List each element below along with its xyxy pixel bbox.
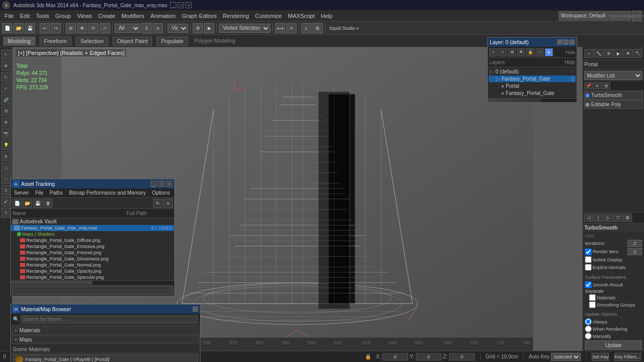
material-search-input[interactable] [21, 315, 198, 323]
by-materials-checkbox[interactable] [589, 294, 596, 301]
editable-poly-modifier[interactable]: Editable Poly [584, 100, 643, 109]
snap-toggle[interactable]: S [141, 23, 152, 33]
help-search[interactable] [608, 13, 644, 18]
modifier-pin-btn[interactable]: 📌 [584, 82, 593, 89]
asset-minimize-btn[interactable]: _ [151, 181, 157, 187]
asset-file-item[interactable]: Fantasy_Portal_Gate_max_vray.max E:\ VID… [11, 225, 174, 231]
scene-material-item[interactable]: Fantasy_Portal_Gate ( VRayMtl ) [Portal] [13, 354, 198, 362]
new-scene-btn[interactable]: 📄 [2, 23, 12, 33]
materials-section[interactable]: + Materials [12, 326, 199, 335]
isoline-checkbox[interactable] [585, 256, 592, 263]
asset-open-btn[interactable]: 📂 [23, 199, 32, 208]
select-btn[interactable]: ⊕ [66, 23, 76, 33]
sidebar-move-icon[interactable]: ✥ [1, 61, 11, 71]
asset-path-input[interactable] [12, 285, 173, 295]
menu-help[interactable]: Help [318, 12, 335, 20]
asset-menu-paths[interactable]: Paths [47, 188, 66, 197]
asset-vault-item[interactable]: Autodesk Vault [11, 218, 174, 225]
utility-panel-tab[interactable]: 🔨 [633, 49, 642, 58]
x-coord-input[interactable] [382, 353, 408, 360]
create-panel-tab[interactable]: + [584, 49, 594, 58]
menu-maxscript[interactable]: MAXScript [285, 12, 317, 20]
render-setup-btn[interactable]: ⚙ [193, 23, 203, 33]
maximize-btn[interactable]: □ [178, 2, 184, 8]
sidebar-bind-icon[interactable]: ⚙ [1, 117, 11, 127]
setkey-button[interactable]: Set Key [592, 353, 609, 361]
asset-refresh-btn[interactable]: ↻ [153, 199, 162, 208]
layers-hide-btn[interactable]: 👁 [517, 48, 525, 56]
layers-minimize-btn[interactable]: _ [563, 40, 568, 45]
layers-add-btn[interactable]: + [489, 48, 498, 56]
sidebar-shape-icon[interactable]: △ [1, 162, 11, 173]
asset-menu-file[interactable]: File [32, 188, 46, 197]
always-radio[interactable] [585, 318, 592, 325]
nav-left-btn[interactable]: ◁ [584, 214, 593, 222]
layer-item-portal[interactable]: ● Portal [489, 83, 576, 89]
minimize-btn[interactable]: _ [170, 2, 176, 8]
modifier-configure-btn[interactable]: ⚙ [602, 82, 610, 89]
vertex-selection-dropdown[interactable]: Vertex Selection [219, 24, 270, 33]
sidebar-geo-icon[interactable]: □ [1, 174, 11, 184]
nav-right-btn[interactable]: ▷ [603, 214, 613, 222]
tab-modeling[interactable]: Modeling [3, 36, 35, 46]
angle-snap[interactable]: A [153, 23, 163, 33]
asset-opacity-texture[interactable]: Rectangle_Portal_Gate_Opacity.png [11, 268, 174, 274]
layers-help-btn[interactable]: ? [557, 40, 562, 45]
sidebar-helper-icon[interactable]: ⊕ [1, 151, 11, 161]
asset-scrollbar[interactable] [11, 280, 174, 284]
asset-normal-texture[interactable]: Rectangle_Portal_Gate_Normal.png [11, 262, 174, 268]
layers-delete-btn[interactable]: × [499, 48, 507, 56]
menu-graph-editors[interactable]: Graph Editors [179, 12, 219, 20]
asset-specular-texture[interactable]: Rectangle_Portal_Gate_Specular.png [11, 274, 174, 280]
sidebar-space-icon[interactable]: S [1, 185, 11, 195]
layers-close-btn[interactable]: × [569, 40, 575, 45]
sidebar-unlink-icon[interactable]: ⛓ [1, 106, 11, 116]
redo-btn[interactable]: ↪ [51, 23, 61, 33]
save-btn[interactable]: 💾 [25, 23, 35, 33]
asset-glossiness-texture[interactable]: Rectangle_Portal_Gate_Glossiness.png [11, 256, 174, 262]
hierarchy-panel-tab[interactable]: ⚙ [604, 49, 613, 58]
display-panel-tab[interactable]: 👁 [623, 49, 633, 58]
modifier-show-all-btn[interactable]: ≡ [593, 82, 601, 89]
z-coord-input[interactable] [449, 353, 475, 360]
close-btn[interactable]: × [186, 2, 192, 8]
layers-lock-btn[interactable]: 🔒 [526, 48, 535, 56]
align-btn[interactable]: ≡ [286, 23, 297, 33]
explicit-normals-checkbox[interactable] [585, 264, 592, 271]
asset-maps-section[interactable]: Maps / Shaders [11, 231, 174, 237]
asset-list-view-btn[interactable]: ≡ [163, 199, 173, 208]
modifier-list-dropdown[interactable]: Modifier List [584, 71, 642, 80]
asset-maximize-btn[interactable]: □ [158, 181, 164, 187]
menu-modifiers[interactable]: Modifiers [119, 12, 147, 20]
asset-emissive-texture[interactable]: Rectangle_Portal_Gate_Emissive.png [11, 243, 174, 250]
tab-populate[interactable]: Populate [156, 36, 188, 46]
rotate-btn[interactable]: ↻ [88, 23, 99, 33]
render-iters-input[interactable] [628, 248, 642, 255]
asset-menu-server[interactable]: Server [11, 188, 32, 197]
autokey-dropdown[interactable]: Selected [551, 353, 581, 361]
asset-diffuse-texture[interactable]: Rectangle_Portal_Gate_Diffuse.png [11, 237, 174, 243]
menu-views[interactable]: Views [75, 12, 95, 20]
tab-object-paint[interactable]: Object Paint [113, 36, 153, 46]
sidebar-light-icon[interactable]: 💡 [1, 140, 11, 150]
material-close-btn[interactable]: × [193, 307, 198, 312]
layers-scrollbar[interactable] [488, 98, 577, 102]
menu-edit[interactable]: Edit [17, 12, 32, 20]
layers-settings-btn[interactable]: ⚙ [508, 48, 516, 56]
asset-new-btn[interactable]: 📄 [12, 199, 22, 208]
sidebar-paint-icon[interactable]: 🖌 [1, 196, 11, 206]
smooth-result-checkbox[interactable] [585, 281, 592, 288]
asset-close-btn[interactable]: × [166, 181, 172, 187]
tab-selection[interactable]: Selection [76, 36, 108, 46]
sidebar-select-icon[interactable]: ↖ [1, 49, 11, 60]
layer-item-fantasy-gate[interactable]: ▷ Fantasy_Portal_Gate □ [489, 75, 576, 82]
modify-panel-tab[interactable]: 🔧 [594, 49, 603, 58]
turbosmooth-modifier[interactable]: TurboSmooth [584, 91, 643, 100]
update-button[interactable]: Update [585, 340, 642, 350]
scale-btn[interactable]: ⤢ [100, 23, 110, 33]
sidebar-rotate-icon[interactable]: ↻ [1, 72, 11, 82]
menu-animation[interactable]: Animation [148, 12, 178, 20]
open-btn[interactable]: 📂 [13, 23, 24, 33]
render-btn[interactable]: ▶ [204, 23, 214, 33]
render-iters-checkbox[interactable] [585, 249, 592, 255]
